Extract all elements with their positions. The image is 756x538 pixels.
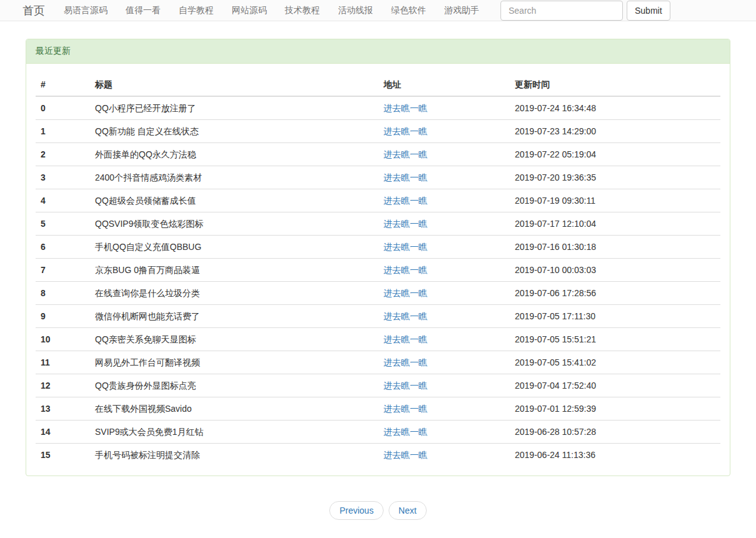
navbar-brand-home[interactable]: 首页 [22,3,45,18]
row-link[interactable]: 进去瞧一瞧 [384,126,427,136]
table-row: 0 QQ小程序已经开放注册了 进去瞧一瞧 2019-07-24 16:34:48 [36,96,720,120]
row-index: 1 [36,120,90,143]
table-row: 14 SVIP9或大会员免费1月红钻 进去瞧一瞧 2019-06-28 10:5… [36,421,720,444]
row-link[interactable]: 进去瞧一瞧 [384,357,427,367]
row-title: 手机QQ自定义充值QBBUG [90,236,379,259]
row-title: QQ贵族身份外显图标点亮 [90,374,379,397]
row-index: 8 [36,282,90,305]
row-link[interactable]: 进去瞧一瞧 [384,450,427,460]
table-row: 4 QQ超级会员领储蓄成长值 进去瞧一瞧 2019-07-19 09:30:11 [36,189,720,212]
row-time: 2019-07-10 00:03:03 [510,259,720,282]
table-row: 2 外面接单的QQ永久方法稳 进去瞧一瞧 2019-07-22 05:19:04 [36,143,720,166]
row-link[interactable]: 进去瞧一瞧 [384,242,427,252]
nav-item-self-study[interactable]: 自学教程 [179,5,214,15]
row-link[interactable]: 进去瞧一瞧 [384,219,427,229]
col-header-index: # [36,73,90,96]
row-time: 2019-07-16 01:30:18 [510,236,720,259]
row-index: 12 [36,374,90,397]
main-content: 最近更新 # 标题 地址 更新时间 0 QQ小程序已经开放注册了 进去瞧一瞧 2… [26,39,730,520]
row-link[interactable]: 进去瞧一瞧 [384,172,427,182]
search-input[interactable] [500,1,623,21]
row-title: QQSVIP9领取变色炫彩图标 [90,212,379,236]
row-title: 外面接单的QQ永久方法稳 [90,143,379,166]
row-title: 网易见外工作台可翻译视频 [90,351,379,374]
row-title: 手机号码被标注明提交清除 [90,444,379,467]
row-link[interactable]: 进去瞧一瞧 [384,311,427,321]
row-link[interactable]: 进去瞧一瞧 [384,381,427,391]
row-title: QQ超级会员领储蓄成长值 [90,189,379,212]
next-button[interactable]: Next [389,501,427,520]
row-index: 10 [36,328,90,351]
row-title: 在线下载外国视频Savido [90,397,379,421]
col-header-title: 标题 [90,73,379,96]
table-row: 12 QQ贵族身份外显图标点亮 进去瞧一瞧 2019-07-04 17:52:4… [36,374,720,397]
row-time: 2019-07-05 15:41:02 [510,351,720,374]
row-title: QQ新功能 自定义在线状态 [90,120,379,143]
table-row: 1 QQ新功能 自定义在线状态 进去瞧一瞧 2019-07-23 14:29:0… [36,120,720,143]
panel-body: # 标题 地址 更新时间 0 QQ小程序已经开放注册了 进去瞧一瞧 2019-0… [26,64,730,476]
pager: Previous Next [26,501,730,520]
search-form: Submit [500,1,670,21]
nav-item-activity-news[interactable]: 活动线报 [338,5,373,15]
row-title: 2400个抖音情感鸡汤类素材 [90,166,379,189]
nav-item-yiyuyan-source[interactable]: 易语言源码 [64,5,107,15]
nav-item-tech-tutorials[interactable]: 技术教程 [285,5,320,15]
navbar-menu: 易语言源码 值得一看 自学教程 网站源码 技术教程 活动线报 绿色软件 游戏助手 [64,5,479,16]
table-row: 11 网易见外工作台可翻译视频 进去瞧一瞧 2019-07-05 15:41:0… [36,351,720,374]
row-link[interactable]: 进去瞧一瞧 [384,149,427,159]
table-row: 15 手机号码被标注明提交清除 进去瞧一瞧 2019-06-24 11:13:3… [36,444,720,467]
row-time: 2019-07-20 19:36:35 [510,166,720,189]
col-header-url: 地址 [379,73,510,96]
table-row: 9 微信停机断网也能充话费了 进去瞧一瞧 2019-07-05 17:11:30 [36,305,720,328]
row-index: 9 [36,305,90,328]
previous-button[interactable]: Previous [329,501,383,520]
table-row: 8 在线查询你是什么垃圾分类 进去瞧一瞧 2019-07-06 17:28:56 [36,282,720,305]
search-submit-button[interactable]: Submit [627,1,670,21]
row-title: 微信停机断网也能充话费了 [90,305,379,328]
row-link[interactable]: 进去瞧一瞧 [384,196,427,206]
row-time: 2019-07-01 12:59:39 [510,397,720,421]
row-time: 2019-07-24 16:34:48 [510,96,720,120]
row-time: 2019-07-22 05:19:04 [510,143,720,166]
row-link[interactable]: 进去瞧一瞧 [384,265,427,275]
row-index: 4 [36,189,90,212]
table-row: 10 QQ亲密关系免聊天显图标 进去瞧一瞧 2019-07-05 15:51:2… [36,328,720,351]
nav-item-website-source[interactable]: 网站源码 [232,5,267,15]
row-time: 2019-07-05 15:51:21 [510,328,720,351]
row-title: QQ亲密关系免聊天显图标 [90,328,379,351]
panel-title: 最近更新 [26,39,730,64]
table-row: 6 手机QQ自定义充值QBBUG 进去瞧一瞧 2019-07-16 01:30:… [36,236,720,259]
row-title: SVIP9或大会员免费1月红钻 [90,421,379,444]
nav-item-game-assistant[interactable]: 游戏助手 [444,5,479,15]
row-index: 6 [36,236,90,259]
table-row: 7 京东BUG 0撸百万商品装逼 进去瞧一瞧 2019-07-10 00:03:… [36,259,720,282]
row-index: 5 [36,212,90,236]
row-time: 2019-06-24 11:13:36 [510,444,720,467]
row-index: 3 [36,166,90,189]
table-row: 13 在线下载外国视频Savido 进去瞧一瞧 2019-07-01 12:59… [36,397,720,421]
row-link[interactable]: 进去瞧一瞧 [384,288,427,298]
row-index: 15 [36,444,90,467]
row-time: 2019-07-19 09:30:11 [510,189,720,212]
row-link[interactable]: 进去瞧一瞧 [384,404,427,414]
row-title: QQ小程序已经开放注册了 [90,96,379,120]
row-link[interactable]: 进去瞧一瞧 [384,103,427,113]
row-time: 2019-07-05 17:11:30 [510,305,720,328]
table-row: 3 2400个抖音情感鸡汤类素材 进去瞧一瞧 2019-07-20 19:36:… [36,166,720,189]
row-index: 2 [36,143,90,166]
recent-updates-panel: 最近更新 # 标题 地址 更新时间 0 QQ小程序已经开放注册了 进去瞧一瞧 2… [26,39,730,476]
row-index: 7 [36,259,90,282]
nav-item-worth-a-look[interactable]: 值得一看 [126,5,161,15]
nav-item-green-software[interactable]: 绿色软件 [391,5,426,15]
navbar: 首页 易语言源码 值得一看 自学教程 网站源码 技术教程 活动线报 绿色软件 游… [0,0,756,21]
row-time: 2019-07-06 17:28:56 [510,282,720,305]
row-link[interactable]: 进去瞧一瞧 [384,334,427,344]
row-link[interactable]: 进去瞧一瞧 [384,427,427,437]
table-row: 5 QQSVIP9领取变色炫彩图标 进去瞧一瞧 2019-07-17 12:10… [36,212,720,236]
updates-table: # 标题 地址 更新时间 0 QQ小程序已经开放注册了 进去瞧一瞧 2019-0… [36,73,720,466]
row-time: 2019-07-23 14:29:00 [510,120,720,143]
table-body: 0 QQ小程序已经开放注册了 进去瞧一瞧 2019-07-24 16:34:48… [36,96,720,466]
col-header-time: 更新时间 [510,73,720,96]
row-title: 京东BUG 0撸百万商品装逼 [90,259,379,282]
table-header-row: # 标题 地址 更新时间 [36,73,720,96]
